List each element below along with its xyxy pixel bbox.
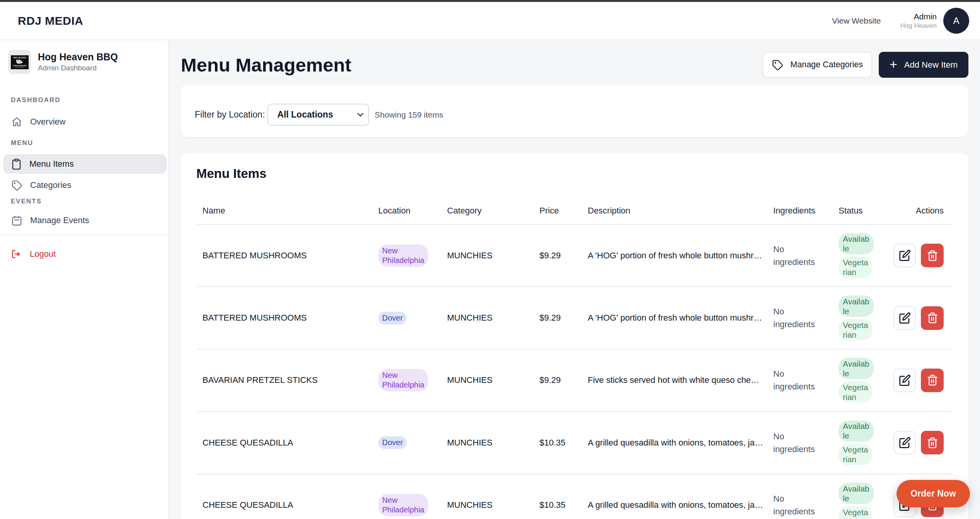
svg-text:HOG HEAVEN: HOG HEAVEN [13,57,26,59]
svg-text:OPEN FLAME BBQ: OPEN FLAME BBQ [13,65,26,67]
svg-text:SMOKIN THE BEST: SMOKIN THE BEST [15,67,24,68]
